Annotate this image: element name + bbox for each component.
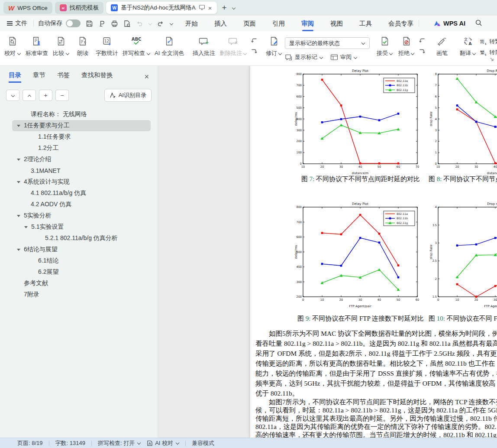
toc-item-references[interactable]: 参考文献 — [0, 278, 158, 289]
svg-text:800: 800 — [297, 205, 302, 209]
tab-list-chevron-icon[interactable] — [232, 6, 236, 10]
accept-button[interactable]: 接受 — [374, 34, 396, 58]
sidebar-tab-contents[interactable]: 目录 — [9, 71, 21, 83]
close-sidebar-icon[interactable]: × — [144, 72, 149, 81]
toc-collapse-button[interactable] — [23, 90, 36, 101]
toc-item-4[interactable]: 4系统设计与实现 — [0, 176, 158, 188]
tab-wps-office[interactable]: W WPS Office — [3, 2, 52, 14]
compatibility-mode-indicator[interactable]: 兼容模式 — [192, 439, 214, 447]
autosave-toggle[interactable] — [66, 19, 81, 27]
to-traditional-button[interactable]: 简 转繁 — [479, 38, 497, 45]
ai-recognize-toc-button[interactable]: AI识别目录 — [104, 89, 152, 102]
ink-brush-button[interactable]: 画笔 — [431, 34, 453, 58]
toc-item-2[interactable]: 2理论介绍 — [0, 154, 158, 165]
tab-page[interactable]: 页面 — [242, 16, 257, 31]
show-markup-button[interactable]: 显示标记 — [285, 53, 323, 61]
svg-text:20: 20 — [339, 298, 343, 302]
compare-button[interactable]: 比较 — [50, 34, 72, 58]
next-change-button[interactable] — [419, 48, 426, 55]
close-tab-icon[interactable]: × — [208, 5, 212, 11]
new-tab-button[interactable]: + — [220, 3, 229, 13]
spell-check-button[interactable]: ABC 拼写检查 — [120, 34, 152, 58]
toc-item-1-2[interactable]: 1.2分工 — [0, 143, 158, 154]
previous-change-button[interactable] — [419, 37, 426, 44]
document-page[interactable]: Delay Plot102030405060700100200300400500… — [250, 66, 497, 438]
svg-text:400: 400 — [297, 265, 302, 269]
svg-text:FTP Agent/pair: FTP Agent/pair — [484, 305, 497, 308]
reject-button[interactable]: 拒绝 — [396, 34, 417, 58]
toc-item-4-2[interactable]: 4.2 AODV 仿真 — [0, 199, 158, 210]
tab-view[interactable]: 视图 — [329, 16, 344, 31]
toc-item-5[interactable]: 5实验分析 — [0, 210, 158, 221]
toc-item-appendix[interactable]: 7附录 — [0, 289, 158, 300]
wps-ai-button[interactable]: WPS AI — [434, 20, 465, 27]
svg-text:20: 20 — [474, 298, 478, 302]
tab-review[interactable]: 审阅 — [300, 16, 315, 31]
file-menu-button[interactable]: 文件 — [5, 19, 29, 27]
svg-text:802.11g: 802.11g — [397, 88, 408, 92]
toc-item-6[interactable]: 6结论与展望 — [0, 244, 158, 255]
search-icon[interactable] — [475, 19, 482, 28]
toc-item-1[interactable]: 1任务要求与分工 — [12, 120, 151, 131]
review-pane-button[interactable]: 审阅 — [330, 53, 358, 61]
toc-item-5-2-1[interactable]: 5.2.1 802.11a/b/g 仿真分析 — [0, 233, 158, 244]
toc-item-5-1[interactable]: 5.1实验设置 — [0, 221, 158, 233]
to-simplified-button[interactable]: 繁 转简 — [479, 49, 497, 56]
save-button[interactable] — [86, 20, 93, 27]
document-canvas[interactable]: Delay Plot102030405060700100200300400500… — [158, 66, 497, 438]
toc-item-3-1[interactable]: 3.1MANET — [0, 165, 158, 176]
standard-review-button[interactable]: 标准审查 — [23, 34, 50, 58]
toc-item-6-1[interactable]: 6.1结论 — [0, 255, 158, 266]
redo-button[interactable] — [157, 20, 164, 27]
svg-text:20: 20 — [320, 165, 324, 169]
sidebar-tab-find-replace[interactable]: 查找和替换 — [81, 71, 113, 83]
svg-text:800: 800 — [297, 72, 302, 76]
toc-expand-button[interactable] — [6, 90, 19, 101]
toc-zoom-in-button[interactable]: + — [39, 90, 52, 101]
spellcheck-indicator[interactable]: 拼写检查: 打开 — [98, 439, 141, 447]
svg-text:distance/m: distance/m — [352, 172, 369, 175]
ai-proofread-indicator[interactable]: AI 校对 — [147, 439, 179, 447]
markup-state-dropdown[interactable]: 显示标记的最终状态 — [285, 37, 370, 49]
word-count-button[interactable]: 12 字数统计 — [94, 34, 120, 58]
sidebar-tab-bookmarks[interactable]: 书签 — [57, 71, 70, 83]
previous-comment-button[interactable] — [251, 37, 258, 44]
tab-tools[interactable]: 工具 — [358, 16, 373, 31]
toc-item-1-1[interactable]: 1.1任务要求 — [0, 131, 158, 143]
insert-comment-button[interactable]: 插入批注 — [190, 34, 217, 58]
tab-document[interactable]: W 基于NS2的Ad-hoc无线网络A × — [106, 2, 216, 14]
export-pdf-button[interactable] — [98, 20, 106, 27]
tab-membership[interactable]: 会员专享 — [387, 16, 414, 31]
next-comment-button[interactable] — [251, 48, 258, 55]
window-tab-bar: W WPS Office ai 找稻壳模板 W 基于NS2的Ad-hoc无线网络… — [0, 0, 497, 16]
toc-item-course-name[interactable]: 课程名称： 无线网络 — [0, 109, 158, 120]
tab-docer-templates[interactable]: ai 找稻壳模板 — [55, 2, 104, 14]
track-changes-button[interactable]: 修订 — [263, 34, 285, 58]
toc-item-4-1[interactable]: 4.1 802.11a/b/g 仿真 — [0, 188, 158, 199]
print-preview-button[interactable] — [123, 20, 131, 27]
page-indicator[interactable]: 页面: 8/19 — [17, 439, 43, 447]
svg-text:50: 50 — [378, 165, 381, 169]
tab-home[interactable]: 开始 — [184, 16, 199, 31]
body-paragraph-2: 如图7所示为，不同协议在不同节点间距下时延的对比，网络的 TCP 连接数不变 候… — [255, 398, 497, 438]
word-count-indicator[interactable]: 字数: 13149 — [55, 439, 85, 447]
sidebar-tab-chapters[interactable]: 章节 — [33, 71, 45, 83]
proofread-button[interactable]: 校对 — [2, 34, 23, 58]
toc-zoom-out-button[interactable]: − — [55, 90, 69, 101]
redo-chevron-icon[interactable] — [169, 22, 173, 26]
toc-item-6-2[interactable]: 6.2展望 — [0, 266, 158, 278]
tab-reference[interactable]: 引用 — [271, 16, 286, 31]
svg-text:802.11a: 802.11a — [397, 212, 408, 215]
svg-text:1.5: 1.5 — [432, 295, 437, 299]
translate-button[interactable]: 文A 翻译 — [457, 34, 479, 58]
tab-insert[interactable]: 插入 — [213, 16, 228, 31]
figure-10-caption: 图 10: 不同协议在不同 FTP 连 — [429, 315, 497, 323]
read-aloud-icon — [78, 36, 87, 47]
svg-text:40: 40 — [378, 298, 381, 302]
print-button[interactable] — [111, 20, 118, 27]
read-aloud-button[interactable]: 朗读 — [72, 34, 94, 58]
collapse-ribbon-icon[interactable] — [490, 56, 494, 64]
menu-bar: 文件 自动保存 — [0, 16, 497, 31]
ai-polish-button[interactable]: AI 全文润色 — [152, 34, 186, 58]
svg-text:5: 5 — [435, 106, 437, 110]
